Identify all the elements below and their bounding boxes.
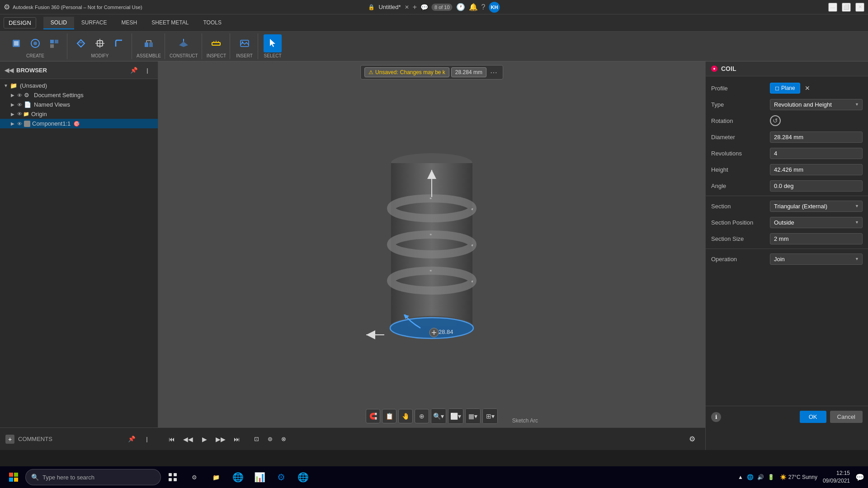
modify-fillet-btn[interactable] bbox=[110, 34, 128, 52]
select-btn[interactable] bbox=[264, 34, 282, 52]
tree-item-namedviews[interactable]: ▶ 👁 📄 Named Views bbox=[0, 100, 158, 109]
taskbar-clock[interactable]: 12:15 09/09/2021 bbox=[823, 469, 850, 485]
clock-btn[interactable]: 🕐 bbox=[456, 3, 465, 11]
design-dropdown[interactable]: DESIGN bbox=[4, 17, 36, 28]
operation-select[interactable]: Join bbox=[770, 253, 863, 265]
tree-item-docsettings[interactable]: ▶ 👁 ⚙ Document Settings bbox=[0, 90, 158, 100]
minimize-btn[interactable]: — bbox=[828, 3, 837, 12]
task-view-btn[interactable] bbox=[163, 467, 183, 487]
browser-tree: ▼ 📁 (Unsaved) ▶ 👁 ⚙ Document Settings ▶ … bbox=[0, 79, 158, 427]
diameter-input[interactable] bbox=[770, 131, 863, 143]
create-revolve-btn[interactable] bbox=[26, 34, 44, 52]
ok-btn[interactable]: OK bbox=[800, 411, 826, 423]
sidebar: ◀◀ BROWSER 📌 | ▼ 📁 (Unsaved) ▶ 👁 bbox=[0, 61, 158, 427]
playback-play-btn[interactable]: ▶ bbox=[198, 433, 211, 446]
playback-start-btn[interactable]: ⏮ bbox=[165, 433, 178, 446]
rotation-icon[interactable]: ↺ bbox=[770, 115, 781, 126]
timeline-tool-3[interactable]: ⊗ bbox=[278, 433, 289, 445]
revolutions-input[interactable] bbox=[770, 148, 863, 159]
network-icon[interactable]: 🌐 bbox=[747, 474, 754, 480]
taskbar-chrome-btn[interactable]: 🌐 bbox=[293, 467, 313, 487]
sidebar-pin-btn[interactable]: 📌 bbox=[128, 64, 140, 76]
close-btn[interactable]: ✕ bbox=[855, 3, 864, 12]
sound-icon[interactable]: 🔊 bbox=[757, 474, 764, 480]
section-select[interactable]: Triangular (External) bbox=[770, 201, 863, 212]
taskbar-files-btn[interactable]: 📁 bbox=[206, 467, 226, 487]
cancel-btn[interactable]: Cancel bbox=[830, 411, 863, 423]
tab-sheetmetal[interactable]: SHEET METAL bbox=[144, 17, 196, 29]
taskbar-search[interactable]: 🔍 Type here to search bbox=[25, 469, 161, 485]
construct-plane-btn[interactable] bbox=[175, 34, 193, 52]
notification-btn[interactable]: 💬 bbox=[855, 473, 864, 482]
insert-image-btn[interactable] bbox=[236, 34, 254, 52]
profile-value-area: ◻ Plane ✕ bbox=[770, 83, 863, 94]
battery-icon[interactable]: 🔋 bbox=[768, 474, 774, 480]
modify-pull-btn[interactable] bbox=[91, 34, 109, 52]
viewport-more-btn[interactable]: ⋯ bbox=[488, 68, 499, 77]
playback-next-btn[interactable]: ▶▶ bbox=[214, 433, 227, 446]
modify-press-btn[interactable] bbox=[72, 34, 90, 52]
playback-end-btn[interactable]: ⏭ bbox=[231, 433, 243, 446]
profile-plane-btn[interactable]: ◻ Plane bbox=[770, 83, 800, 94]
timeline-settings-btn[interactable]: ⚙ bbox=[686, 433, 698, 445]
svg-rect-6 bbox=[50, 44, 54, 48]
create-more-btn[interactable] bbox=[45, 34, 63, 52]
grid-options-group: ▦▾ bbox=[465, 408, 481, 424]
taskbar-browser-btn[interactable]: 🌐 bbox=[228, 467, 248, 487]
view-cube-btn[interactable]: ⊞▾ bbox=[483, 409, 497, 423]
section-size-input[interactable] bbox=[770, 233, 863, 244]
display-mode-btn[interactable]: ⬜▾ bbox=[448, 409, 463, 423]
orbit-btn[interactable]: 🤚 bbox=[398, 409, 413, 423]
tree-item-origin[interactable]: ▶ 👁 📁 Origin bbox=[0, 109, 158, 119]
unsaved-badge: ⚠ Unsaved: Changes may be k bbox=[364, 67, 449, 77]
clock-time: 12:15 bbox=[823, 469, 850, 477]
plane-icon: ◻ bbox=[775, 85, 779, 91]
timeline-tool-1[interactable]: ⊡ bbox=[250, 433, 262, 445]
panel-close-btn[interactable]: ● bbox=[711, 66, 717, 72]
tree-item-unsaved[interactable]: ▼ 📁 (Unsaved) bbox=[0, 81, 158, 90]
timeline-tool-2[interactable]: ⊚ bbox=[264, 433, 276, 445]
notifications-btn[interactable]: 🔔 bbox=[469, 3, 478, 11]
angle-input[interactable] bbox=[770, 180, 863, 192]
taskbar-fusion-btn[interactable]: ⚙ bbox=[271, 467, 291, 487]
snap-btn[interactable]: 🧲 bbox=[366, 409, 380, 423]
tab-mesh[interactable]: MESH bbox=[114, 17, 145, 29]
inspect-measure-btn[interactable] bbox=[207, 34, 225, 52]
close-tab-btn[interactable]: ✕ bbox=[405, 4, 409, 10]
profile-clear-btn[interactable]: ✕ bbox=[805, 84, 810, 92]
section-pos-select[interactable]: Outside bbox=[770, 217, 863, 228]
profile-label: Profile bbox=[711, 85, 770, 92]
assemble-btn[interactable] bbox=[140, 34, 158, 52]
type-select[interactable]: Revolution and Height bbox=[770, 99, 863, 110]
grid-snap-btn[interactable]: 📋 bbox=[382, 409, 396, 423]
sidebar-more-btn[interactable]: | bbox=[142, 64, 153, 76]
ribbon-group-insert: INSERT bbox=[231, 33, 258, 59]
comments-add-btn[interactable]: + bbox=[5, 435, 14, 444]
height-input[interactable] bbox=[770, 164, 863, 175]
nav-back-icon[interactable]: ◀◀ bbox=[5, 67, 14, 74]
wifi-icon[interactable]: ▲ bbox=[738, 474, 743, 480]
tab-tools[interactable]: TOOLS bbox=[196, 17, 228, 29]
comments-expand-btn[interactable]: | bbox=[141, 433, 153, 445]
tree-item-component1[interactable]: ▶ 👁 Component1:1 🎯 bbox=[0, 119, 158, 128]
new-tab-btn[interactable]: + bbox=[413, 3, 417, 11]
zoom-btn[interactable]: 🔍▾ bbox=[431, 409, 446, 423]
playback-prev-btn[interactable]: ◀◀ bbox=[182, 433, 194, 446]
tab-solid[interactable]: SOLID bbox=[43, 17, 74, 29]
help-btn[interactable]: ? bbox=[481, 3, 486, 11]
taskbar-reddit-btn[interactable]: 📊 bbox=[250, 467, 269, 487]
transform-btn[interactable]: ⊕ bbox=[415, 409, 429, 423]
comments-pin-btn[interactable]: 📌 bbox=[126, 433, 137, 445]
create-extrude-btn[interactable] bbox=[7, 34, 25, 52]
browser-title: ◀◀ BROWSER bbox=[5, 67, 47, 74]
tree-label-origin: Origin bbox=[31, 111, 47, 117]
user-avatar[interactable]: KH bbox=[489, 2, 500, 13]
start-btn[interactable] bbox=[4, 467, 24, 487]
tab-surface[interactable]: SURFACE bbox=[74, 17, 114, 29]
info-btn[interactable]: ℹ bbox=[711, 412, 721, 422]
grid-btn[interactable]: ▦▾ bbox=[466, 409, 480, 423]
taskbar-settings-btn[interactable]: ⚙ bbox=[184, 467, 204, 487]
maximize-btn[interactable]: ⬜ bbox=[842, 3, 851, 12]
sidebar-header: ◀◀ BROWSER 📌 | bbox=[0, 61, 158, 79]
comment-btn[interactable]: 💬 bbox=[420, 4, 428, 11]
